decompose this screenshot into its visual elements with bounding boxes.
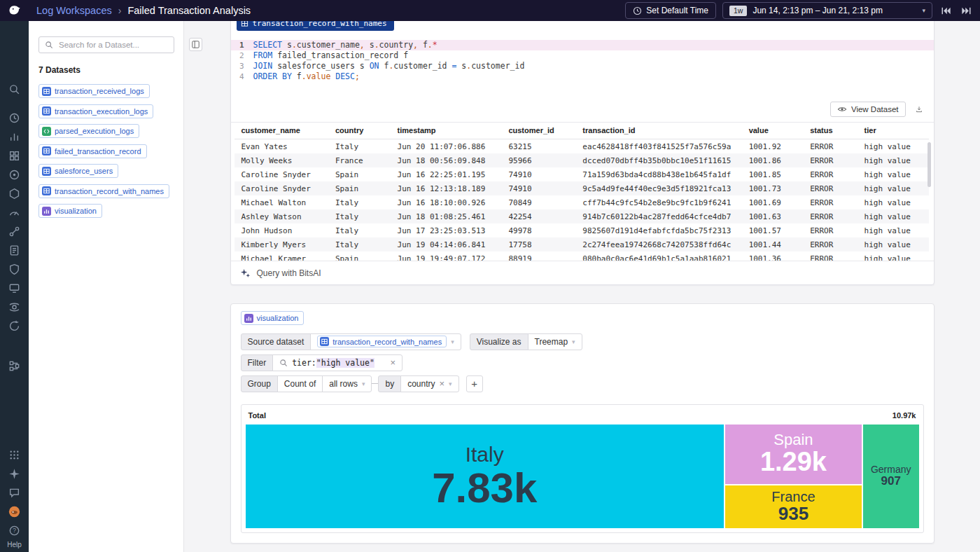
filter-label: Filter	[241, 354, 274, 371]
table-row[interactable]: John HudsonItalyJun 17 23:25:03.51349978…	[234, 223, 929, 237]
table-cell: 70849	[501, 195, 575, 209]
dataset-chip-transaction_execution_logs[interactable]: transaction_execution_logs	[38, 104, 153, 118]
dashboards-icon[interactable]	[0, 146, 29, 165]
network-icon[interactable]	[0, 222, 29, 241]
header-controls: Set Default Time 1w Jun 14, 2:13 pm – Ju…	[625, 2, 980, 19]
download-button[interactable]	[911, 102, 927, 117]
sql-code: SELECT s.customer_name, s.country, f.*	[253, 40, 438, 50]
datadog-logo-icon[interactable]	[0, 0, 29, 21]
source-dataset-label: Source dataset	[241, 333, 312, 350]
table-cell: eac4628418ff403f841525f7a576c59a	[575, 139, 741, 154]
watchdog-icon[interactable]	[0, 165, 29, 184]
table-cell: 95966	[501, 153, 575, 167]
table-row[interactable]: Michael WaltonItalyJun 16 18:10:00.92670…	[234, 195, 929, 209]
dataset-chip-parsed_execution_logs[interactable]: parsed_execution_logs	[38, 124, 139, 138]
search-icon[interactable]	[0, 80, 29, 99]
clear-filter-icon[interactable]: ×	[391, 357, 396, 368]
datasets-panel: 7 Datasets transaction_received_logstran…	[29, 21, 184, 552]
count-of-dropdown[interactable]: all rows ▾	[322, 375, 372, 392]
apm-icon[interactable]	[0, 203, 29, 222]
bits-avatar-icon[interactable]	[0, 502, 29, 521]
table-scrollbar[interactable]	[927, 142, 931, 187]
dataset-chip-salesforce_users[interactable]: salesforce_users	[38, 164, 118, 178]
chevron-down-icon: ▾	[451, 338, 454, 345]
security-icon[interactable]	[0, 260, 29, 279]
set-default-time-button[interactable]: Set Default Time	[625, 2, 716, 19]
table-row[interactable]: Caroline SnyderSpainJun 16 22:25:01.1957…	[234, 167, 929, 181]
apps-icon[interactable]	[0, 446, 29, 464]
active-dataset-tab[interactable]: transaction_record_with_names	[237, 21, 394, 31]
treemap-segment-spain[interactable]: Spain1.29k	[725, 425, 862, 484]
table-cell: Evan Yates	[234, 139, 328, 154]
table-cell: ERROR	[803, 251, 857, 261]
logs-icon[interactable]	[0, 241, 29, 260]
table-cell: high value	[858, 237, 929, 251]
table-cell: 42254	[501, 209, 575, 223]
visualize-as-dropdown[interactable]: Treemap ▾	[528, 333, 582, 350]
treemap-segment-france[interactable]: France935	[725, 485, 862, 528]
query-card: transaction_record_with_names 1SELECT s.…	[230, 21, 934, 285]
table-cell: Italy	[328, 195, 391, 209]
table-row[interactable]: Caroline SnyderSpainJun 16 12:13:18.1897…	[234, 181, 929, 195]
skip-back-button[interactable]	[939, 4, 953, 18]
dataset-search[interactable]	[38, 36, 174, 53]
collapse-panel-button[interactable]	[189, 38, 202, 51]
breadcrumb-log-workspaces-link[interactable]: Log Workspaces	[36, 5, 112, 16]
line-number: 3	[231, 61, 253, 71]
count-of-label: Count of	[277, 375, 323, 392]
filter-input[interactable]: tier:"high value" ×	[272, 354, 402, 371]
sparkle-icon[interactable]	[0, 464, 29, 483]
table-row[interactable]: Ashley WatsonItalyJun 18 01:08:25.461422…	[234, 209, 929, 223]
sql-code: FROM failed_transaction_record f	[253, 50, 409, 61]
source-dataset-dropdown[interactable]: transaction_record_with_names ▾	[310, 333, 461, 350]
treemap-segment-value: 907	[881, 475, 901, 488]
sql-editor[interactable]: 1SELECT s.customer_name, s.country, f.*2…	[231, 31, 934, 97]
table-cell: high value	[858, 139, 929, 154]
group-by-dropdown[interactable]: country × ▾	[400, 375, 458, 392]
rum-icon[interactable]	[0, 279, 29, 298]
table-cell: 49978	[501, 223, 575, 237]
time-range-picker[interactable]: 1w Jun 14, 2:13 pm – Jun 21, 2:13 pm ▾	[722, 2, 932, 19]
history-icon[interactable]	[0, 109, 29, 127]
dataset-chip-transaction_received_logs[interactable]: transaction_received_logs	[38, 84, 150, 98]
clock-icon	[633, 6, 642, 15]
dataset-chip-failed_transaction_record[interactable]: failed_transaction_record	[38, 144, 147, 158]
remove-group-by-icon[interactable]: ×	[440, 378, 445, 389]
table-row[interactable]: Molly WeeksFranceJun 18 00:56:09.8489596…	[234, 153, 929, 167]
column-header-customer_name: customer_name	[234, 123, 328, 139]
add-group-by-button[interactable]: +	[466, 375, 483, 392]
svg-text:?: ?	[13, 527, 16, 534]
table-row[interactable]: Michael KramerSpainJun 19 19:49:07.17288…	[234, 251, 929, 261]
top-header: Log Workspaces › Failed Transaction Anal…	[0, 0, 980, 21]
treemap-panel: Total 10.97k Italy7.83kSpain1.29kFrance9…	[241, 404, 924, 533]
table-cell: ERROR	[803, 139, 857, 154]
infrastructure-icon[interactable]	[0, 184, 29, 203]
treemap-segment-italy[interactable]: Italy7.83k	[246, 425, 724, 528]
dataset-search-input[interactable]	[57, 40, 168, 50]
metrics-icon[interactable]	[0, 127, 29, 146]
dataset-chip-visualization[interactable]: visualization	[38, 204, 102, 218]
treemap-segment-name: Germany	[871, 464, 911, 475]
chevron-down-icon: ▾	[922, 7, 925, 14]
synthetics-icon[interactable]	[0, 298, 29, 317]
dataset-chip-label: transaction_execution_logs	[55, 107, 148, 116]
view-dataset-button[interactable]: View Dataset	[830, 102, 906, 117]
table-row[interactable]: Kimberly MyersItalyJun 19 04:14:06.84117…	[234, 237, 929, 251]
query-with-bitsai-label: Query with BitsAI	[257, 268, 321, 278]
chat-icon[interactable]	[0, 483, 29, 502]
eye-icon	[837, 104, 847, 114]
help-label[interactable]: Help	[7, 541, 22, 548]
help-icon[interactable]: ?	[0, 521, 29, 540]
skip-forward-button[interactable]	[959, 4, 973, 18]
table-cell: 1001.36	[742, 251, 804, 261]
visualization-chip[interactable]: visualization	[241, 311, 304, 325]
treemap-segment-germany[interactable]: Germany907	[863, 425, 919, 528]
chevron-down-icon: ▾	[362, 380, 365, 387]
source-dataset-chip: transaction_record_with_names	[317, 336, 447, 347]
ci-icon[interactable]	[0, 317, 29, 336]
dataset-chip-transaction_record_with_names[interactable]: transaction_record_with_names	[38, 184, 169, 198]
table-row[interactable]: Evan YatesItalyJun 20 11:07:06.88663215e…	[234, 139, 929, 154]
table-cell: high value	[858, 167, 929, 181]
workflows-icon[interactable]	[0, 357, 29, 375]
query-with-bitsai-button[interactable]: Query with BitsAI	[231, 261, 934, 284]
